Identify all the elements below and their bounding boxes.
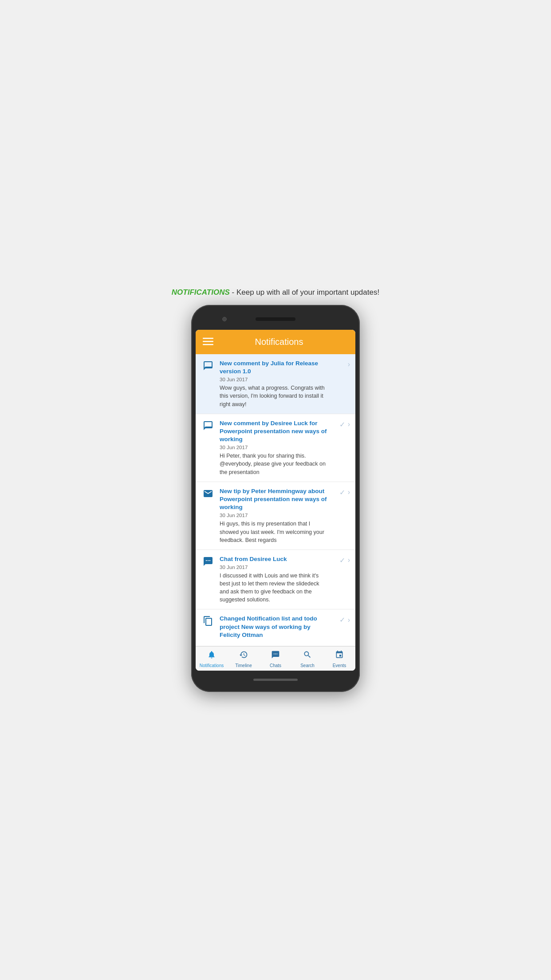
notif-title-2: New comment by Desiree Luck for Powerpoi…: [220, 419, 330, 444]
phone-camera: [222, 317, 227, 321]
nav-label-timeline: Timeline: [235, 663, 252, 668]
phone-screen: Notifications New comment by Julia for R…: [196, 330, 355, 671]
headline-highlight: NOTIFICATIONS: [172, 288, 230, 296]
notif-icon-wrap-3: [201, 488, 215, 502]
notification-list: New comment by Julia for Release version…: [196, 354, 355, 646]
phone-speaker: [256, 317, 295, 321]
magnify-icon: [303, 650, 312, 662]
comment-icon-2: [203, 420, 213, 434]
phone-shell: Notifications New comment by Julia for R…: [191, 305, 360, 692]
chevron-icon-2[interactable]: ›: [348, 420, 350, 428]
notif-date-2: 30 Jun 2017: [220, 445, 330, 450]
notif-date-4: 30 Jun 2017: [220, 565, 330, 570]
notif-body-1: Wow guys, what a progress. Congrats with…: [220, 384, 330, 408]
notif-title-4: Chat from Desiree Luck: [220, 555, 330, 563]
notif-body-4: I discussed it with Louis and we think i…: [220, 572, 330, 604]
chat-icon-4: [203, 556, 213, 569]
nav-label-notifications: Notifications: [200, 663, 224, 668]
check-icon-3[interactable]: ✓: [339, 488, 345, 497]
bell-icon: [207, 650, 216, 662]
page-wrapper: NOTIFICATIONS - Keep up with all of your…: [138, 279, 413, 701]
notif-icon-wrap-1: [201, 360, 215, 374]
chevron-icon-5[interactable]: ›: [348, 616, 350, 624]
nav-label-chats: Chats: [270, 663, 281, 668]
bubble-icon: [271, 650, 280, 662]
notif-title-1: New comment by Julia for Release version…: [220, 360, 330, 375]
chevron-icon-4[interactable]: ›: [348, 556, 350, 564]
notification-item-2[interactable]: New comment by Desiree Luck for Powerpoi…: [196, 414, 355, 482]
nav-item-events[interactable]: Events: [323, 650, 355, 668]
hamburger-icon[interactable]: [203, 336, 213, 348]
copy-icon-5: [203, 616, 213, 629]
notif-icon-wrap-4: [201, 556, 215, 569]
nav-label-events: Events: [333, 663, 346, 668]
nav-item-notifications[interactable]: Notifications: [196, 650, 228, 668]
check-icon-5[interactable]: ✓: [339, 616, 345, 624]
nav-item-timeline[interactable]: Timeline: [228, 650, 260, 668]
notif-title-3: New tip by Peter Hemmingway about Powerp…: [220, 487, 330, 512]
notif-content-3: New tip by Peter Hemmingway about Powerp…: [220, 487, 330, 544]
svg-rect-2: [203, 344, 213, 345]
top-headline: NOTIFICATIONS - Keep up with all of your…: [172, 288, 379, 297]
notif-body-3: Hi guys, this is my presentation that I …: [220, 520, 330, 544]
notif-title-5: Changed Notification list and todo proje…: [220, 615, 330, 639]
nav-label-search: Search: [300, 663, 315, 668]
notif-icon-wrap-5: [201, 616, 215, 629]
notification-item-5[interactable]: Changed Notification list and todo proje…: [196, 609, 355, 646]
bottom-nav: Notifications Timeline Chats: [196, 646, 355, 671]
app-header: Notifications: [196, 330, 355, 354]
notif-content-2: New comment by Desiree Luck for Powerpoi…: [220, 419, 330, 476]
notification-item-4[interactable]: Chat from Desiree Luck 30 Jun 2017 I dis…: [196, 550, 355, 610]
chevron-icon-3[interactable]: ›: [348, 488, 350, 496]
notif-actions-3: ✓ ›: [334, 487, 350, 497]
nav-item-search[interactable]: Search: [291, 650, 323, 668]
history-icon: [239, 650, 248, 662]
chevron-icon-1[interactable]: ›: [348, 360, 350, 368]
email-icon-3: [203, 488, 213, 502]
notif-date-1: 30 Jun 2017: [220, 377, 330, 382]
svg-rect-1: [203, 341, 213, 342]
notif-body-2: Hi Peter, thank you for sharing this. @e…: [220, 452, 330, 476]
notif-actions-1: ›: [334, 360, 350, 368]
check-icon-4[interactable]: ✓: [339, 556, 345, 565]
phone-home-bar: [253, 679, 298, 681]
headline-suffix: - Keep up with all of your important upd…: [230, 288, 379, 296]
notif-content-1: New comment by Julia for Release version…: [220, 360, 330, 408]
notif-actions-4: ✓ ›: [334, 555, 350, 565]
app-header-title: Notifications: [220, 337, 338, 347]
phone-bottom-bar: [196, 675, 355, 684]
svg-rect-0: [203, 338, 213, 339]
nav-item-chats[interactable]: Chats: [260, 650, 291, 668]
calendar-icon: [335, 650, 344, 662]
phone-top-bar: [196, 313, 355, 325]
notif-content-4: Chat from Desiree Luck 30 Jun 2017 I dis…: [220, 555, 330, 604]
notif-icon-wrap-2: [201, 420, 215, 434]
check-icon-2[interactable]: ✓: [339, 420, 345, 429]
notif-content-5: Changed Notification list and todo proje…: [220, 615, 330, 640]
notification-item-1[interactable]: New comment by Julia for Release version…: [196, 354, 355, 414]
comment-icon-1: [203, 360, 213, 374]
notif-date-3: 30 Jun 2017: [220, 513, 330, 518]
notif-actions-5: ✓ ›: [334, 615, 350, 624]
notification-item-3[interactable]: New tip by Peter Hemmingway about Powerp…: [196, 482, 355, 550]
notif-actions-2: ✓ ›: [334, 419, 350, 429]
